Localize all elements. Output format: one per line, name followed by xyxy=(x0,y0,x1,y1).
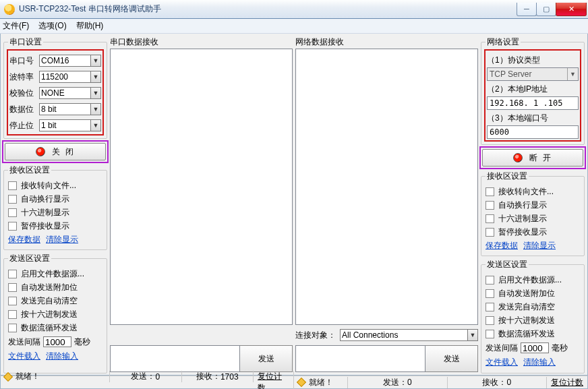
databits-combo[interactable]: 8 bit▼ xyxy=(39,103,101,115)
chevron-down-icon: ▼ xyxy=(90,120,100,131)
recv-opt-r3[interactable]: 暂停接收显示 xyxy=(486,225,580,239)
send-options-group-right: 发送区设置 启用文件数据源... 自动发送附加位 发送完自动清空 按十六进制发送… xyxy=(481,259,585,373)
send-opt-r2[interactable]: 发送完自动清空 xyxy=(486,300,580,313)
status-ready-right: 就绪！ xyxy=(309,377,333,388)
menu-help[interactable]: 帮助(H) xyxy=(76,20,104,32)
recv-opt-2[interactable]: 十六进制显示 xyxy=(8,206,102,219)
recv-options-group-right: 接收区设置 接收转向文件... 自动换行显示 十六进制显示 暂停接收显示 保存数… xyxy=(481,171,585,256)
net-ip-label: （2）本地IP地址 xyxy=(487,84,579,95)
serial-port-label: 串口号 xyxy=(9,55,36,67)
clear-input-link-right[interactable]: 清除输入 xyxy=(523,357,556,368)
reset-count-right[interactable]: 复位计数 xyxy=(551,377,583,388)
conn-target-label: 连接对象： xyxy=(295,330,336,341)
title-bar: USR-TCP232-Test 串口转网络调试助手 ─ ▢ ✕ xyxy=(0,0,588,19)
chevron-down-icon: ▼ xyxy=(567,68,578,80)
net-proto-label: （1）协议类型 xyxy=(487,55,579,66)
recv-opt-0[interactable]: 接收转向文件... xyxy=(8,179,102,192)
databits-label: 数据位 xyxy=(9,104,36,115)
send-interval-input-right[interactable] xyxy=(521,342,549,353)
serial-port-combo[interactable]: COM16▼ xyxy=(39,55,101,67)
net-port-input[interactable]: 6000 xyxy=(487,125,579,139)
send-opt-3[interactable]: 按十六进制发送 xyxy=(8,307,102,321)
menu-options[interactable]: 选项(O) xyxy=(38,20,66,32)
save-data-link-right[interactable]: 保存数据 xyxy=(486,240,518,251)
net-settings-group: 网络设置 （1）协议类型 TCP Server▼ （2）本地IP地址 192.1… xyxy=(481,36,585,145)
stopbits-combo[interactable]: 1 bit▼ xyxy=(39,119,101,131)
net-disconnect-button[interactable]: 断 开 xyxy=(482,149,583,167)
send-options-group-left: 发送区设置 启用文件数据源... 自动发送附加位 发送完自动清空 按十六进制发送… xyxy=(3,253,107,373)
baud-combo[interactable]: 115200▼ xyxy=(39,71,101,83)
status-send-left: 0 xyxy=(155,372,160,382)
chevron-down-icon: ▼ xyxy=(90,55,100,66)
chevron-down-icon: ▼ xyxy=(467,330,477,340)
send-interval-input-left[interactable] xyxy=(43,336,71,347)
recv-options-group-left: 接收区设置 接收转向文件... 自动换行显示 十六进制显示 暂停接收显示 保存数… xyxy=(3,164,107,250)
baud-label: 波特率 xyxy=(9,71,36,83)
recv-opt-3[interactable]: 暂停接收显示 xyxy=(8,219,102,233)
recv-opt-r0[interactable]: 接收转向文件... xyxy=(486,185,580,198)
menu-file[interactable]: 文件(F) xyxy=(3,20,29,32)
serial-settings-legend: 串口设置 xyxy=(8,36,43,48)
recv-opt-r1[interactable]: 自动换行显示 xyxy=(486,198,580,212)
serial-recv-textarea[interactable] xyxy=(110,49,293,325)
file-load-link-left[interactable]: 文件载入 xyxy=(8,351,40,362)
right-panel: 网络设置 （1）协议类型 TCP Server▼ （2）本地IP地址 192.1… xyxy=(478,34,587,375)
window-title: USR-TCP232-Test 串口转网络调试助手 xyxy=(19,3,517,15)
menu-bar: 文件(F) 选项(O) 帮助(H) xyxy=(0,19,588,34)
send-opt-1[interactable]: 自动发送附加位 xyxy=(8,280,102,294)
net-recv-textarea[interactable] xyxy=(295,49,478,325)
send-opt-r4[interactable]: 数据流循环发送 xyxy=(486,327,580,340)
chevron-down-icon: ▼ xyxy=(90,88,100,98)
app-icon xyxy=(4,4,15,15)
net-ip-input[interactable]: 192.168. 1 .105 xyxy=(487,96,579,110)
left-panel: 串口设置 串口号 COM16▼ 波特率 115200▼ 校验位 NONE▼ 数据… xyxy=(1,34,110,375)
pin-icon xyxy=(3,371,13,381)
status-recv-left: 1703 xyxy=(220,372,239,382)
net-recv-title: 网络数据接收 xyxy=(295,36,478,47)
net-send-button[interactable]: 发送 xyxy=(425,345,478,372)
send-opt-r0[interactable]: 启用文件数据源... xyxy=(486,273,580,287)
record-dot-icon xyxy=(36,147,45,156)
send-opt-2[interactable]: 发送完自动清空 xyxy=(8,294,102,307)
recv-opt-1[interactable]: 自动换行显示 xyxy=(8,192,102,206)
send-opt-4[interactable]: 数据流循环发送 xyxy=(8,321,102,334)
parity-label: 校验位 xyxy=(9,88,36,99)
clear-display-link-left[interactable]: 清除显示 xyxy=(46,234,78,245)
serial-send-button[interactable]: 发送 xyxy=(240,345,293,372)
send-opt-0[interactable]: 启用文件数据源... xyxy=(8,267,102,280)
net-proto-combo[interactable]: TCP Server▼ xyxy=(487,67,579,81)
stopbits-label: 停止位 xyxy=(9,120,36,131)
save-data-link-left[interactable]: 保存数据 xyxy=(8,234,40,245)
pin-icon xyxy=(297,378,306,387)
close-button[interactable]: ✕ xyxy=(556,3,587,16)
serial-center: 串口数据接收 发送 xyxy=(110,36,293,372)
status-bar: 就绪！ 发送：0 接收：1703 复位计数 就绪！ 发送：0 接收：0 复位计数 xyxy=(0,376,588,389)
file-load-link-right[interactable]: 文件载入 xyxy=(486,357,518,368)
serial-recv-title: 串口数据接收 xyxy=(110,36,293,47)
status-ready-left: 就绪！ xyxy=(16,371,40,382)
clear-input-link-left[interactable]: 清除输入 xyxy=(46,351,78,362)
chevron-down-icon: ▼ xyxy=(90,104,100,115)
send-opt-r1[interactable]: 自动发送附加位 xyxy=(486,287,580,300)
net-port-label: （3）本地端口号 xyxy=(487,113,579,124)
status-recv-right: 0 xyxy=(506,378,511,387)
minimize-button[interactable]: ─ xyxy=(517,3,537,16)
serial-close-button[interactable]: 关 闭 xyxy=(5,143,106,160)
record-dot-icon xyxy=(513,153,523,162)
chevron-down-icon: ▼ xyxy=(90,71,100,82)
parity-combo[interactable]: NONE▼ xyxy=(39,87,101,99)
conn-target-combo[interactable]: All Connections▼ xyxy=(340,329,478,341)
status-send-right: 0 xyxy=(407,378,412,387)
net-center: 网络数据接收 连接对象： All Connections▼ 发送 xyxy=(295,36,478,372)
clear-display-link-right[interactable]: 清除显示 xyxy=(523,240,556,251)
serial-settings-group: 串口设置 串口号 COM16▼ 波特率 115200▼ 校验位 NONE▼ 数据… xyxy=(3,36,107,139)
reset-count-left[interactable]: 复位计数 xyxy=(258,371,289,389)
send-opt-r3[interactable]: 按十六进制发送 xyxy=(486,313,580,327)
net-send-textarea[interactable] xyxy=(295,345,425,372)
maximize-button[interactable]: ▢ xyxy=(536,3,556,16)
recv-opt-r2[interactable]: 十六进制显示 xyxy=(486,212,580,225)
serial-send-textarea[interactable] xyxy=(110,345,240,372)
